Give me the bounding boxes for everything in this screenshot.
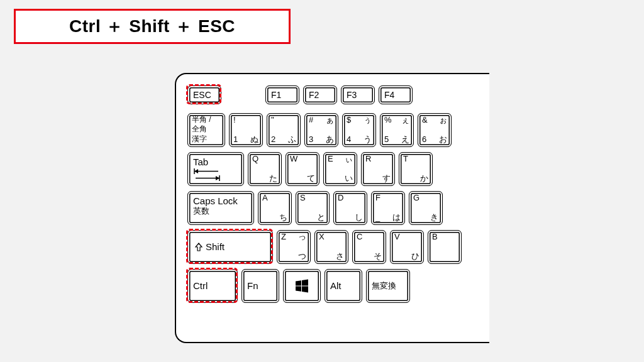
key-kana: し (355, 213, 363, 222)
key-4: $ 4 ぅ う (342, 113, 376, 147)
key-label: Ctrl (193, 280, 208, 291)
key-sym-tr: ぉ (439, 116, 447, 125)
key-label: Fn (247, 280, 258, 291)
windows-icon (295, 279, 309, 293)
key-ctrl: Ctrl (187, 269, 238, 303)
key-sym-br: え (401, 135, 409, 145)
key-f1: F1 (265, 85, 299, 104)
key-capslock: Caps Lock 英数 (187, 191, 254, 225)
key-3: # 3 ぁ あ (304, 113, 338, 147)
key-fn: Fn (242, 269, 279, 303)
key-windows (283, 269, 321, 303)
key-6: & 6 ぉ お (418, 113, 452, 147)
key-t: T か (399, 152, 433, 186)
key-kana: て (307, 174, 315, 184)
key-v: V ひ (390, 230, 424, 264)
svg-marker-2 (194, 169, 198, 173)
key-w: W て (286, 152, 319, 186)
key-esc: ESC (187, 85, 221, 104)
key-kana: す (382, 174, 391, 184)
key-5: % 5 ぇ え (380, 113, 414, 147)
key-sym-br: ぬ (250, 135, 258, 145)
key-sym-tl: ! (233, 116, 236, 125)
key-kana: そ (374, 252, 382, 261)
key-sym-bl: 4 (347, 135, 351, 145)
key-letter: S (300, 194, 306, 203)
svg-marker-5 (216, 176, 219, 180)
key-sym-br: あ (326, 135, 334, 145)
key-sym-tl: $ (347, 116, 351, 125)
key-letter: G (413, 194, 419, 203)
key-letter: E (328, 155, 333, 164)
key-x: X さ (314, 230, 348, 264)
key-line: 全角 (192, 125, 207, 134)
key-letter: A (262, 194, 268, 203)
key-label: ESC (193, 90, 211, 100)
key-sym-tr: ぁ (326, 116, 334, 125)
key-e: E ぃ い (323, 152, 357, 186)
key-sym-br: お (439, 135, 447, 145)
key-label: F1 (271, 90, 281, 100)
key-g: G き (409, 191, 443, 225)
key-q: Q た (248, 152, 282, 186)
key-kana: き (430, 213, 438, 222)
key-s: S と (296, 191, 330, 225)
key-label: F2 (309, 90, 319, 100)
key-sym-tl: " (271, 116, 274, 125)
key-sym-tl: % (384, 116, 392, 125)
key-kana: は (392, 213, 401, 222)
key-kana: か (420, 174, 428, 184)
key-kana-small: っ (298, 233, 306, 242)
key-label: 無変換 (372, 282, 396, 291)
key-shift: Shift (187, 230, 273, 264)
key-kana-small: ぃ (345, 155, 353, 164)
key-f: F _ は (371, 191, 405, 225)
shortcut-title-box: Ctrl ＋ Shift ＋ ESC (14, 9, 291, 44)
tab-arrows-icon (193, 168, 221, 182)
key-letter: Z (281, 233, 286, 242)
key-letter: T (403, 155, 408, 164)
key-line: 漢字 (192, 135, 207, 144)
key-label: F3 (347, 90, 357, 100)
key-kana: つ (298, 252, 306, 261)
key-tab: Tab (187, 152, 244, 186)
key-sym-tl: # (309, 116, 313, 125)
key-alt: Alt (325, 269, 362, 303)
key-kana: さ (336, 252, 344, 261)
key-sym-br: ふ (288, 135, 296, 145)
key-kana: ひ (411, 252, 419, 261)
key-muhenkan: 無変換 (366, 269, 410, 303)
key-letter: B (432, 233, 438, 242)
key-letter: R (365, 155, 371, 164)
key-letter: C (357, 233, 362, 242)
key-letter: D (338, 194, 343, 203)
key-f3: F3 (341, 85, 375, 104)
key-1: ! 1 ぬ (229, 113, 263, 147)
keyboard-diagram: ESC F1 F2 F3 F4 半角 / 全角 漢字 ! 1 ぬ " 2 ふ #… (175, 73, 489, 343)
key-letter: W (290, 155, 297, 164)
key-2: " 2 ふ (267, 113, 301, 147)
key-kana: い (345, 174, 353, 184)
shortcut-title: Ctrl ＋ Shift ＋ ESC (69, 14, 235, 38)
key-sym-bl: 3 (309, 135, 313, 145)
key-label: Alt (330, 280, 341, 291)
key-zenkaku: 半角 / 全角 漢字 (187, 113, 225, 147)
key-sym-bl: 2 (271, 135, 275, 145)
key-sym-bl: 5 (384, 135, 389, 145)
key-kana: と (317, 213, 325, 222)
key-d: D し (333, 191, 367, 225)
key-line: 半角 / (192, 116, 211, 124)
key-r: R す (361, 152, 395, 186)
key-z: Z っ つ (277, 230, 311, 264)
key-f4: F4 (379, 85, 413, 104)
key-sym-tr: ぅ (364, 116, 372, 125)
key-label: Shift (206, 241, 225, 252)
key-kana: た (269, 174, 277, 184)
key-label: F4 (384, 90, 394, 100)
key-kana: ち (279, 213, 287, 222)
key-letter: F (375, 194, 380, 203)
key-label: Caps Lock (193, 195, 238, 206)
shift-arrow-icon (194, 243, 203, 251)
key-c: C そ (352, 230, 386, 264)
key-f2: F2 (303, 85, 337, 104)
